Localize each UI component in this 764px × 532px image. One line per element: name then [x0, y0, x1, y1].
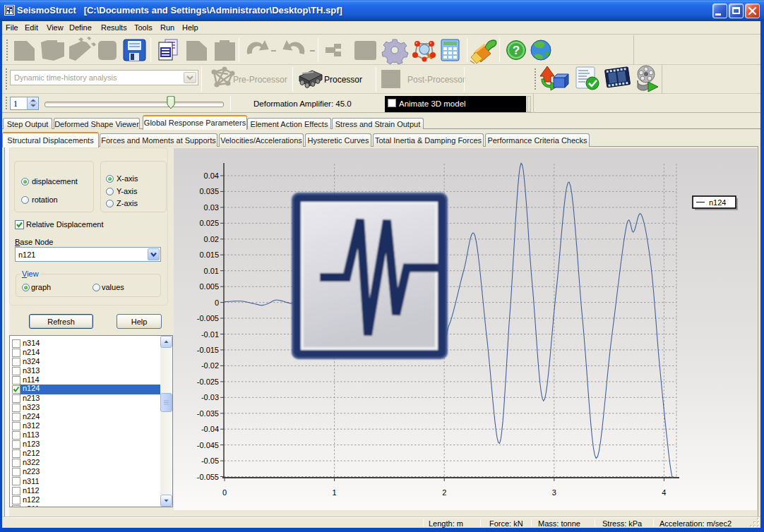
svg-text:0.01: 0.01 — [204, 267, 219, 275]
svg-text:3: 3 — [552, 488, 556, 497]
svg-text:?: ? — [513, 44, 520, 57]
svg-text:-0.04: -0.04 — [201, 425, 219, 433]
svg-text:-0.02: -0.02 — [201, 361, 219, 370]
svg-text:-0.03: -0.03 — [201, 393, 219, 401]
svg-text:-0.015: -0.015 — [197, 346, 219, 354]
svg-text:0.035: 0.035 — [199, 187, 219, 195]
svg-text:-0.05: -0.05 — [201, 457, 219, 465]
svg-text:2: 2 — [442, 488, 446, 497]
svg-text:1: 1 — [333, 488, 337, 497]
svg-text:-0.055: -0.055 — [197, 473, 219, 481]
svg-text:-0.025: -0.025 — [197, 377, 219, 386]
svg-text:0.005: 0.005 — [199, 282, 219, 291]
svg-text:0.015: 0.015 — [199, 250, 219, 259]
svg-text:0.04: 0.04 — [204, 171, 219, 180]
svg-text:0: 0 — [215, 298, 219, 307]
svg-text:0.025: 0.025 — [199, 219, 219, 227]
svg-text:n124: n124 — [709, 198, 726, 207]
svg-text:4: 4 — [662, 488, 666, 497]
svg-text:0: 0 — [222, 488, 227, 497]
svg-text:-0.005: -0.005 — [197, 314, 219, 322]
svg-text:-0.045: -0.045 — [197, 441, 219, 449]
svg-text:0.03: 0.03 — [204, 203, 219, 212]
svg-text:-0.01: -0.01 — [201, 330, 219, 339]
svg-text:-0.035: -0.035 — [197, 409, 219, 418]
svg-text:0.02: 0.02 — [204, 235, 219, 243]
